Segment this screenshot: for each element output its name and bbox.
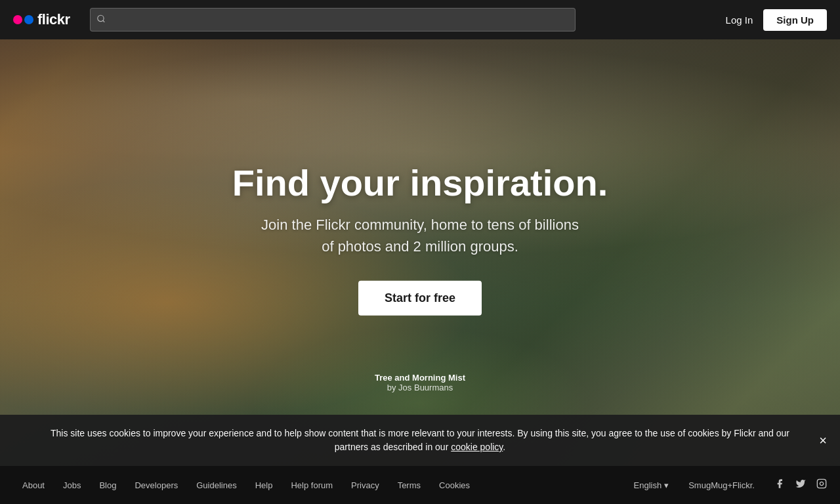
footer-link-terms[interactable]: Terms (388, 480, 430, 490)
chevron-down-icon: ▾ (664, 480, 669, 490)
photo-credit: Tree and Morning Mist by Jos Buurmans (375, 373, 465, 392)
cookie-banner: This site uses cookies to improve your e… (0, 415, 840, 466)
svg-rect-2 (817, 479, 826, 488)
hero-subtitle-line2: of photos and 2 million groups. (322, 238, 518, 254)
footer-link-jobs[interactable]: Jobs (54, 480, 90, 490)
twitter-icon[interactable] (795, 478, 806, 492)
svg-point-0 (97, 15, 103, 21)
logo-text: flickr (37, 11, 70, 28)
language-label: English (634, 480, 662, 490)
footer-link-privacy[interactable]: Privacy (342, 480, 388, 490)
cookie-text: This site uses cookies to improve your e… (51, 428, 789, 452)
footer-link-cookies[interactable]: Cookies (430, 480, 479, 490)
logo[interactable]: flickr (13, 11, 70, 28)
smugmug-link[interactable]: SmugMug+Flickr. (679, 480, 764, 490)
footer-link-blog[interactable]: Blog (90, 480, 125, 490)
footer: AboutJobsBlogDevelopersGuidelinesHelpHel… (0, 466, 840, 504)
search-icon (96, 14, 106, 26)
header: flickr Log In Sign Up (0, 0, 840, 39)
hero-subtitle-line1: Join the Flickr community, home to tens … (261, 216, 579, 232)
header-actions: Log In Sign Up (726, 9, 827, 31)
hero-title: Find your inspiration. (0, 163, 840, 203)
language-selector[interactable]: English▾ (634, 480, 669, 490)
logo-dot-blue (24, 15, 33, 24)
search-container (90, 8, 576, 32)
start-free-button[interactable]: Start for free (358, 280, 482, 315)
hero-content: Find your inspiration. Join the Flickr c… (0, 163, 840, 316)
instagram-icon[interactable] (816, 478, 827, 492)
photo-title: Tree and Morning Mist (375, 373, 465, 383)
footer-link-developers[interactable]: Developers (125, 480, 187, 490)
hero-subtitle: Join the Flickr community, home to tens … (0, 213, 840, 257)
cookie-close-button[interactable]: × (819, 434, 827, 447)
footer-nav: AboutJobsBlogDevelopersGuidelinesHelpHel… (13, 480, 479, 490)
search-input[interactable] (90, 8, 576, 32)
footer-right: English▾SmugMug+Flickr. (634, 478, 827, 492)
login-button[interactable]: Log In (726, 14, 753, 26)
logo-dots (13, 15, 33, 24)
footer-link-help-forum[interactable]: Help forum (282, 480, 342, 490)
footer-link-guidelines[interactable]: Guidelines (187, 480, 245, 490)
facebook-icon[interactable] (774, 478, 785, 492)
cookie-policy-link[interactable]: cookie policy (451, 442, 503, 452)
footer-link-help[interactable]: Help (246, 480, 282, 490)
logo-dot-pink (13, 15, 22, 24)
photo-author: by Jos Buurmans (375, 383, 465, 392)
svg-line-1 (102, 20, 104, 22)
footer-link-about[interactable]: About (13, 480, 54, 490)
signup-button[interactable]: Sign Up (763, 9, 827, 31)
